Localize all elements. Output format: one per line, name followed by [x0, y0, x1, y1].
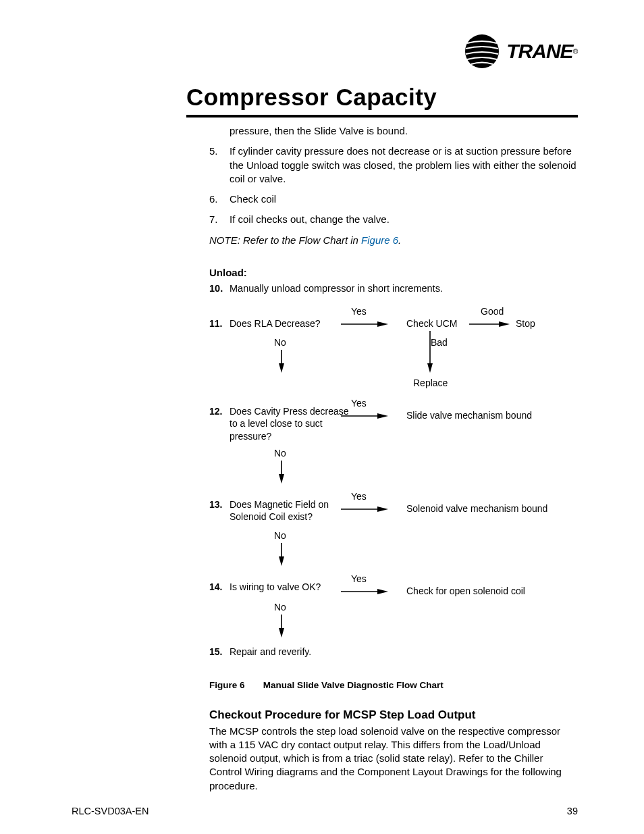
brand-reg: ®: [573, 48, 578, 55]
list-num: 6.: [209, 192, 221, 206]
svg-marker-14: [377, 506, 388, 512]
figure-label: Figure 6: [209, 679, 261, 692]
brand-name: TRANE®: [506, 40, 578, 63]
footer-page-number: 39: [567, 806, 578, 816]
page-footer: RLC-SVD03A-EN 39: [72, 806, 578, 816]
step-10: 10. Manually unload compressor in short …: [209, 282, 578, 296]
step-text: Does Magnetic Field on Solenoid Coil exi…: [230, 498, 351, 524]
label-yes: Yes: [351, 305, 367, 318]
flow-stop: Stop: [516, 317, 535, 330]
arrow-icon: [469, 321, 510, 330]
brand-word: TRANE: [506, 40, 572, 62]
header-logo-row: TRANE®: [72, 34, 578, 69]
list-item-6: 6. Check coil: [209, 192, 578, 206]
unload-header: Unload:: [209, 266, 578, 280]
step-num: 11.: [209, 317, 224, 330]
figure-text: Manual Slide Valve Diagnostic Flow Chart: [263, 680, 444, 690]
step-num: 14.: [209, 581, 224, 594]
flow-q12: 12. Does Cavity Press decrease to a leve…: [209, 405, 351, 444]
flow-slide-bound: Slide valve mechanism bound: [406, 409, 532, 422]
note-link[interactable]: Figure 6: [361, 234, 398, 246]
step-num: 12.: [209, 405, 224, 444]
flow-q14: 14. Is wiring to valve OK?: [209, 581, 321, 594]
flow-check-ucm: Check UCM: [406, 317, 457, 330]
step-num: 15.: [209, 646, 224, 658]
svg-marker-18: [377, 589, 388, 594]
checkout-header: Checkout Procedure for MCSP Step Load Ou…: [209, 708, 578, 723]
note-tail: .: [398, 234, 401, 246]
arrow-icon: [341, 589, 388, 597]
flow-open-sol: Check for open solenoid coil: [406, 585, 525, 598]
label-no: No: [274, 336, 286, 349]
step-num: 10.: [209, 282, 224, 296]
svg-marker-4: [499, 321, 510, 327]
flow-replace: Replace: [413, 377, 448, 390]
step-text: Does Cavity Press decrease to a level cl…: [230, 405, 351, 444]
flow-q13: 13. Does Magnetic Field on Solenoid Coil…: [209, 498, 351, 524]
list-text: If coil checks out, change the valve.: [230, 213, 390, 226]
label-yes: Yes: [351, 490, 367, 503]
svg-marker-16: [279, 556, 284, 566]
note-lead: NOTE: Refer to the Flow Chart in: [209, 234, 361, 246]
svg-marker-8: [427, 363, 433, 373]
step-text: Does RLA Decrease?: [230, 317, 321, 330]
svg-marker-10: [377, 413, 388, 419]
label-yes: Yes: [351, 573, 367, 585]
list-num: 5.: [209, 145, 221, 186]
label-yes: Yes: [351, 397, 367, 410]
brand: TRANE®: [464, 34, 578, 69]
flow-chart: 11. Does RLA Decrease? Yes Check UCM Goo…: [209, 297, 578, 675]
intro-tail: pressure, then the Slide Valve is bound.: [230, 124, 578, 138]
footer-doc-id: RLC-SVD03A-EN: [72, 806, 149, 816]
flow-sol-bound: Solenoid valve mechanism bound: [406, 502, 547, 515]
step-text: Manually unload compressor in short incr…: [230, 282, 443, 296]
svg-marker-12: [279, 474, 284, 484]
note-line: NOTE: Refer to the Flow Chart in Figure …: [209, 234, 578, 247]
step-text: Is wiring to valve OK?: [230, 581, 321, 594]
arrow-icon: [279, 615, 287, 637]
arrow-icon: [427, 331, 435, 373]
figure-caption: Figure 6 Manual Slide Valve Diagnostic F…: [209, 679, 578, 692]
arrow-icon: [279, 350, 287, 373]
arrow-icon: [341, 413, 388, 421]
checkout-body: The MCSP controls the step load solenoid…: [209, 725, 578, 793]
arrow-icon: [341, 321, 388, 330]
page-title: Compressor Capacity: [72, 84, 578, 111]
arrow-icon: [279, 461, 287, 484]
label-good: Good: [481, 305, 504, 318]
arrow-icon: [279, 543, 287, 566]
list-num: 7.: [209, 213, 221, 226]
label-no: No: [274, 529, 286, 542]
step-text: Repair and reverify.: [230, 646, 311, 658]
list-text: Check coil: [230, 192, 276, 206]
label-no: No: [274, 601, 286, 614]
step-num: 13.: [209, 498, 224, 524]
svg-marker-6: [279, 363, 284, 373]
list-item-5: 5. If cylinder cavity pressure does not …: [209, 145, 578, 186]
flow-q11: 11. Does RLA Decrease?: [209, 317, 321, 330]
arrow-icon: [341, 506, 388, 515]
flow-q15: 15. Repair and reverify.: [209, 646, 311, 658]
globe-icon: [464, 34, 500, 69]
list-text: If cylinder cavity pressure does not dec…: [230, 145, 578, 186]
title-rule: [186, 115, 578, 118]
label-no: No: [274, 447, 286, 460]
list-item-7: 7. If coil checks out, change the valve.: [209, 213, 578, 226]
svg-marker-2: [377, 321, 388, 327]
svg-marker-20: [279, 628, 284, 637]
